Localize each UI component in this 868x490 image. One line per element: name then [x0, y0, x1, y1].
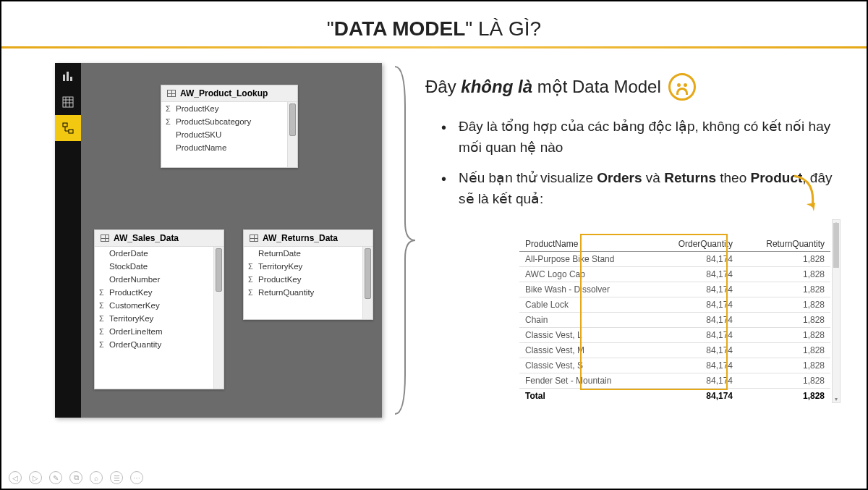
model-view-icon[interactable] — [55, 115, 81, 141]
field-row[interactable]: ΣProductKey — [244, 273, 373, 286]
field-row[interactable]: ΣCustomerKey — [95, 299, 224, 312]
cell-oq: 84,174 — [652, 373, 739, 389]
field-row[interactable]: ΣProductKey — [161, 102, 297, 115]
scrollbar[interactable] — [213, 247, 224, 389]
pbi-sidebar — [55, 63, 81, 418]
copy-icon[interactable]: ⧉ — [69, 471, 82, 484]
cell-oq: 84,174 — [652, 252, 739, 267]
cell-rq: 1,828 — [739, 343, 830, 358]
field-name: OrderQuantity — [109, 340, 161, 349]
table-row[interactable]: AWC Logo Cap84,1741,828 — [519, 267, 830, 282]
table-returns[interactable]: AW_Returns_Data ReturnDateΣTerritoryKeyΣ… — [243, 229, 373, 320]
field-row[interactable]: ΣTerritoryKey — [95, 312, 224, 325]
field-row[interactable]: ReturnDate — [244, 247, 373, 260]
col-product[interactable]: ProductName — [519, 237, 652, 252]
pen-icon[interactable]: ✎ — [49, 471, 62, 484]
bullet-1: Đây là tổng hợp của các bảng độc lập, kh… — [459, 117, 845, 158]
sigma-icon: Σ — [248, 275, 253, 284]
svg-rect-8 — [63, 123, 67, 127]
field-name: OrderNumber — [109, 275, 160, 284]
table-row[interactable]: Bike Wash - Dissolver84,1741,828 — [519, 282, 830, 297]
result-table-wrap: ProductName OrderQuantity ReturnQuantity… — [425, 219, 830, 403]
field-name: OrderDate — [109, 249, 148, 258]
total-oq: 84,174 — [652, 389, 739, 404]
field-name: ProductSubcategory — [176, 117, 251, 126]
svg-rect-9 — [69, 130, 73, 133]
field-name: StockDate — [109, 262, 148, 271]
sigma-icon: Σ — [99, 301, 104, 310]
table-row[interactable]: Classic Vest, M84,1741,828 — [519, 343, 830, 358]
b2b2: Returns — [664, 170, 716, 185]
sigma-icon: Σ — [248, 288, 253, 297]
field-row[interactable]: StockDate — [95, 260, 224, 273]
b2mid: và — [642, 170, 665, 185]
field-row[interactable]: ProductSKU — [161, 128, 297, 141]
field-name: ProductSKU — [176, 130, 221, 139]
data-view-icon[interactable] — [55, 89, 81, 115]
footer-controls: ◁ ▷ ✎ ⧉ ⌕ ☰ ⋯ — [9, 471, 143, 484]
sigma-icon: Σ — [99, 340, 104, 349]
sigma-icon: Σ — [166, 104, 171, 113]
field-row[interactable]: ΣReturnQuantity — [244, 286, 373, 299]
table-product-name: AW_Product_Lookup — [180, 88, 268, 98]
title-bold: DATA MODEL — [334, 17, 465, 40]
cell-rq: 1,828 — [739, 328, 830, 343]
next-icon[interactable]: ▷ — [29, 471, 42, 484]
field-row[interactable]: OrderNumber — [95, 273, 224, 286]
cell-rq: 1,828 — [739, 282, 830, 297]
cell-oq: 84,174 — [652, 282, 739, 297]
cell-oq: 84,174 — [652, 267, 739, 282]
field-row[interactable]: ΣTerritoryKey — [244, 260, 373, 273]
field-name: OrderLineItem — [109, 327, 163, 336]
sigma-icon: Σ — [99, 314, 104, 323]
table-sales-name: AW_Sales_Data — [114, 233, 179, 243]
title-quote-open: " — [327, 17, 334, 40]
field-row[interactable]: ΣOrderQuantity — [95, 338, 224, 351]
cell-product: Classic Vest, M — [519, 343, 652, 358]
table-row[interactable]: Fender Set - Mountain84,1741,828 — [519, 373, 830, 389]
more-icon[interactable]: ⋯ — [130, 471, 143, 484]
headline-p2: một Data Model — [532, 77, 661, 96]
field-row[interactable]: ΣProductKey — [95, 286, 224, 299]
total-rq: 1,828 — [739, 389, 830, 404]
field-row[interactable]: ΣOrderLineItem — [95, 325, 224, 338]
col-returnqty[interactable]: ReturnQuantity — [739, 237, 830, 252]
zoom-icon[interactable]: ⌕ — [90, 471, 103, 484]
report-view-icon[interactable] — [55, 63, 81, 89]
subtitle-icon[interactable]: ☰ — [110, 471, 123, 484]
field-name: CustomerKey — [109, 301, 160, 310]
table-icon — [250, 235, 258, 242]
result-table: ProductName OrderQuantity ReturnQuantity… — [519, 237, 830, 403]
svg-rect-1 — [67, 72, 69, 81]
cell-rq: 1,828 — [739, 252, 830, 267]
scrollbar[interactable] — [287, 102, 297, 167]
sigma-icon: Σ — [99, 327, 104, 336]
scrollbar[interactable] — [362, 247, 373, 319]
table-product[interactable]: AW_Product_Lookup ΣProductKeyΣProductSub… — [161, 85, 298, 168]
table-sales[interactable]: AW_Sales_Data OrderDateStockDateOrderNum… — [94, 229, 224, 389]
headline-em: không là — [461, 77, 532, 96]
field-name: TerritoryKey — [258, 262, 302, 271]
slide-title: "DATA MODEL" LÀ GÌ? — [1, 1, 867, 46]
table-row[interactable]: All-Purpose Bike Stand84,1741,828 — [519, 252, 830, 267]
col-orderqty[interactable]: OrderQuantity — [652, 237, 739, 252]
field-row[interactable]: ΣProductSubcategory — [161, 115, 297, 128]
cell-product: Classic Vest, L — [519, 328, 652, 343]
field-row[interactable]: OrderDate — [95, 247, 224, 260]
prev-icon[interactable]: ◁ — [9, 471, 22, 484]
powerbi-model-screenshot: AW_Product_Lookup ΣProductKeyΣProductSub… — [55, 63, 382, 418]
table-row[interactable]: Chain84,1741,828 — [519, 313, 830, 328]
field-row[interactable]: ProductName — [161, 141, 297, 154]
title-rest: " LÀ GÌ? — [465, 17, 541, 40]
b2p1: Nếu bạn thử visualize — [459, 170, 597, 185]
headline-p1: Đây — [425, 77, 461, 96]
table-row[interactable]: Classic Vest, S84,1741,828 — [519, 358, 830, 373]
table-row[interactable]: Cable Lock84,1741,828 — [519, 297, 830, 313]
cell-oq: 84,174 — [652, 328, 739, 343]
cell-product: AWC Logo Cap — [519, 267, 652, 282]
sigma-icon: Σ — [248, 262, 253, 271]
table-row[interactable]: Classic Vest, L84,1741,828 — [519, 328, 830, 343]
arrow-icon — [787, 172, 823, 216]
result-scrollbar[interactable]: ▴▾ — [832, 219, 841, 403]
cell-product: Cable Lock — [519, 297, 652, 313]
